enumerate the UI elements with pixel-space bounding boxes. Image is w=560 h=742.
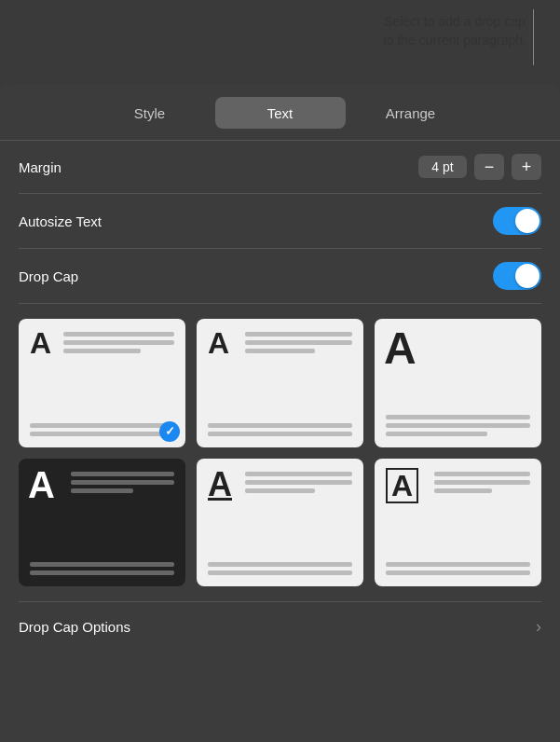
- dropcap-letter-2: A: [208, 328, 229, 358]
- line: [63, 340, 174, 345]
- margin-value: 4 pt: [418, 156, 467, 178]
- dropcap-lines-5: [245, 472, 352, 493]
- autosize-label: Autosize Text: [19, 213, 102, 229]
- dropcap-options-row[interactable]: Drop Cap Options ›: [19, 602, 541, 652]
- dropcap-lines-below-4: [30, 562, 174, 575]
- line: [71, 488, 133, 493]
- dropcap-preview-4: A: [26, 466, 178, 580]
- dropcap-style-section: A: [19, 304, 541, 601]
- line: [245, 488, 315, 493]
- autosize-toggle[interactable]: [493, 207, 541, 235]
- tooltip-text: Select to add a drop cap to the current …: [383, 13, 526, 49]
- tab-arrange[interactable]: Arrange: [346, 97, 476, 129]
- tab-text[interactable]: Text: [215, 97, 346, 129]
- dropcap-lines-3: [386, 415, 530, 436]
- line: [208, 423, 352, 428]
- selected-check-badge: [159, 421, 180, 442]
- line: [434, 480, 530, 485]
- dropcap-preview-6: A: [382, 466, 534, 580]
- line: [434, 472, 530, 476]
- line: [71, 472, 174, 476]
- line: [30, 570, 174, 575]
- dropcap-preview-3: A: [382, 326, 534, 440]
- line: [245, 332, 352, 337]
- line: [245, 472, 352, 476]
- tab-bar: Style Text Arrange: [0, 84, 560, 140]
- tab-style[interactable]: Style: [85, 97, 215, 129]
- dropcap-lines-1: [63, 332, 174, 353]
- dropcap-preview-2: A: [204, 326, 356, 440]
- line: [386, 562, 530, 567]
- dropcap-grid: A: [19, 319, 541, 586]
- line: [245, 340, 352, 345]
- line: [30, 562, 174, 567]
- line: [208, 570, 352, 575]
- dropcap-lines-below-1: [30, 423, 174, 436]
- margin-controls: 4 pt − +: [418, 154, 541, 180]
- dropcap-letter-5: A: [208, 468, 232, 502]
- margin-label: Margin: [19, 159, 61, 175]
- margin-increment-button[interactable]: +: [512, 154, 541, 180]
- line: [63, 349, 141, 353]
- dropcap-style-2[interactable]: A: [197, 319, 363, 447]
- tooltip-line: [533, 9, 534, 65]
- autosize-row: Autosize Text: [19, 194, 541, 249]
- line: [434, 488, 492, 493]
- line: [386, 415, 530, 419]
- dropcap-style-4[interactable]: A: [19, 459, 185, 587]
- tooltip-area: Select to add a drop cap to the current …: [0, 0, 560, 93]
- line: [208, 562, 352, 567]
- dropcap-row: Drop Cap: [19, 249, 541, 304]
- line: [30, 423, 174, 428]
- dropcap-lines-4: [71, 472, 174, 493]
- dropcap-style-3[interactable]: A: [375, 319, 541, 447]
- line: [245, 349, 315, 353]
- dropcap-style-1[interactable]: A: [19, 319, 185, 447]
- dropcap-letter-3: A: [384, 326, 417, 371]
- dropcap-lines-6: [434, 472, 530, 493]
- dropcap-options-label: Drop Cap Options: [19, 619, 130, 635]
- dropcap-lines-below-5: [208, 562, 352, 575]
- line: [386, 423, 530, 428]
- dropcap-preview-5: A: [204, 466, 356, 580]
- dropcap-lines-below-2: [208, 423, 352, 436]
- dropcap-label: Drop Cap: [19, 268, 78, 284]
- dropcap-lines-2: [245, 332, 352, 353]
- line: [63, 332, 174, 337]
- chevron-right-icon: ›: [536, 617, 541, 637]
- main-panel: Style Text Arrange Margin 4 pt − + Autos…: [0, 84, 560, 742]
- line: [30, 432, 174, 436]
- dropcap-letter-1: A: [30, 328, 51, 358]
- margin-decrement-button[interactable]: −: [474, 154, 504, 180]
- line: [245, 480, 352, 485]
- panel-content: Margin 4 pt − + Autosize Text Drop Cap: [0, 141, 560, 652]
- line: [71, 480, 174, 485]
- line: [386, 432, 487, 436]
- line: [208, 432, 352, 436]
- line: [386, 570, 530, 575]
- dropcap-letter-4: A: [28, 466, 55, 503]
- dropcap-toggle[interactable]: [493, 262, 541, 290]
- margin-row: Margin 4 pt − +: [19, 141, 541, 194]
- dropcap-style-5[interactable]: A: [197, 459, 363, 587]
- dropcap-lines-below-6: [386, 562, 530, 575]
- dropcap-style-6[interactable]: A: [375, 459, 541, 587]
- dropcap-letter-6: A: [386, 468, 418, 503]
- dropcap-preview-1: A: [26, 326, 178, 440]
